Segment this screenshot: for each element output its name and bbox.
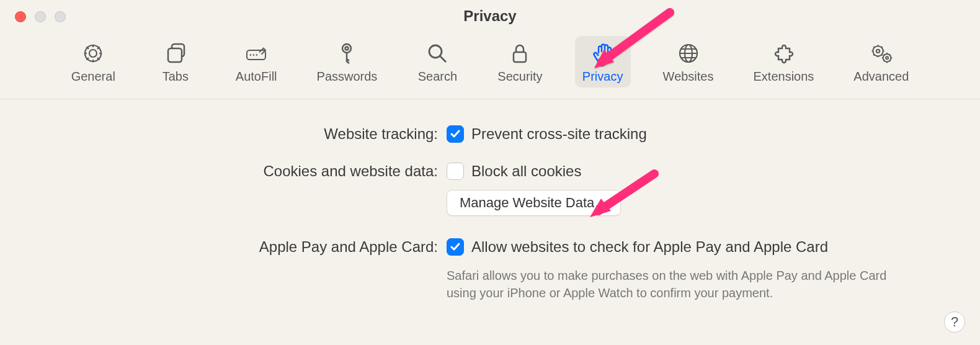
manage-website-data-button[interactable]: Manage Website Data…	[447, 190, 621, 216]
help-button[interactable]: ?	[944, 311, 965, 333]
prevent-cross-site-tracking-checkbox[interactable]: Prevent cross-site tracking	[447, 124, 930, 144]
tab-autofill[interactable]: AutoFill	[228, 36, 285, 87]
block-all-cookies-checkbox[interactable]: Block all cookies	[447, 161, 930, 181]
close-window-button[interactable]	[15, 11, 26, 22]
zoom-window-button[interactable]	[55, 11, 66, 22]
cookies-row: Cookies and website data: Block all cook…	[50, 161, 930, 216]
minimize-window-button[interactable]	[35, 11, 46, 22]
svg-point-1	[85, 45, 101, 61]
checkbox-label: Allow websites to check for Apple Pay an…	[471, 237, 828, 257]
row-label: Cookies and website data:	[50, 161, 447, 181]
tab-general[interactable]: General	[64, 36, 123, 87]
svg-point-0	[89, 50, 97, 57]
traffic-lights	[15, 11, 66, 22]
svg-point-9	[429, 45, 442, 58]
row-label: Apple Pay and Apple Card:	[50, 237, 447, 257]
svg-rect-10	[514, 52, 526, 62]
tab-security[interactable]: Security	[490, 36, 550, 87]
tab-label: Extensions	[754, 69, 814, 84]
search-icon	[425, 41, 450, 66]
apple-pay-description: Safari allows you to make purchases on t…	[447, 267, 918, 302]
tab-label: Tabs	[163, 69, 189, 84]
checkbox-label: Block all cookies	[471, 161, 581, 181]
tab-label: Security	[497, 69, 542, 84]
tab-search[interactable]: Search	[409, 36, 465, 87]
preferences-toolbar: General Tabs AutoFill	[0, 32, 980, 99]
tab-privacy[interactable]: Privacy	[575, 36, 631, 87]
checkbox-icon	[447, 163, 464, 180]
svg-point-6	[256, 54, 258, 56]
allow-apple-pay-check-checkbox[interactable]: Allow websites to check for Apple Pay an…	[447, 237, 930, 257]
svg-point-16	[886, 56, 888, 59]
tab-label: Privacy	[582, 69, 623, 84]
tab-label: Websites	[663, 69, 714, 84]
lock-icon	[507, 41, 532, 66]
gears-icon	[869, 41, 894, 66]
svg-point-5	[253, 54, 255, 56]
tab-label: Advanced	[853, 69, 909, 84]
svg-point-14	[876, 50, 880, 53]
tab-label: Search	[418, 69, 457, 84]
checkbox-label: Prevent cross-site tracking	[471, 124, 647, 144]
puzzle-icon	[771, 41, 796, 66]
apple-pay-row: Apple Pay and Apple Card: Allow websites…	[50, 237, 930, 302]
tab-label: General	[71, 69, 115, 84]
svg-point-8	[345, 47, 349, 50]
tab-label: Passwords	[317, 69, 378, 84]
tabs-icon	[163, 41, 188, 66]
globe-icon	[676, 41, 701, 66]
tab-passwords[interactable]: Passwords	[310, 36, 385, 87]
gear-icon	[81, 41, 105, 66]
tab-advanced[interactable]: Advanced	[846, 36, 916, 87]
window-title: Privacy	[0, 7, 980, 25]
website-tracking-row: Website tracking: Prevent cross-site tra…	[50, 124, 930, 144]
key-icon	[334, 41, 359, 66]
hand-icon	[590, 41, 615, 66]
svg-rect-2	[168, 48, 182, 62]
svg-point-7	[342, 44, 351, 53]
help-label: ?	[951, 314, 958, 330]
titlebar: Privacy	[0, 0, 980, 32]
svg-point-4	[250, 54, 252, 56]
checkbox-icon	[447, 125, 464, 143]
checkbox-icon	[447, 238, 464, 256]
tab-websites[interactable]: Websites	[656, 36, 721, 87]
row-label: Website tracking:	[50, 124, 447, 144]
privacy-pane: Website tracking: Prevent cross-site tra…	[0, 99, 980, 344]
pencil-field-icon	[244, 41, 269, 66]
tab-tabs[interactable]: Tabs	[148, 36, 203, 87]
tab-extensions[interactable]: Extensions	[746, 36, 822, 87]
tab-label: AutoFill	[236, 69, 277, 84]
